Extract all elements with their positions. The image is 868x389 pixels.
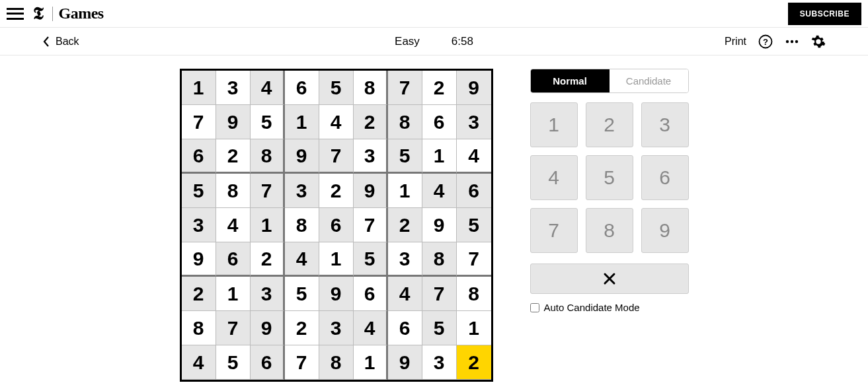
sudoku-cell[interactable]: 7 (319, 139, 354, 174)
sudoku-cell[interactable]: 1 (388, 174, 422, 208)
sudoku-cell[interactable]: 4 (354, 311, 388, 345)
sudoku-cell[interactable]: 3 (319, 311, 354, 345)
sudoku-cell[interactable]: 2 (354, 105, 388, 139)
sudoku-cell[interactable]: 1 (285, 105, 319, 139)
keypad-2[interactable]: 2 (586, 102, 633, 147)
sudoku-cell[interactable]: 9 (422, 208, 457, 242)
sudoku-cell[interactable]: 3 (422, 345, 457, 380)
sudoku-cell[interactable]: 4 (388, 277, 422, 311)
hamburger-menu-icon[interactable] (7, 8, 24, 20)
sudoku-cell[interactable]: 4 (457, 139, 491, 174)
sudoku-cell[interactable]: 5 (251, 105, 285, 139)
sudoku-cell[interactable]: 7 (354, 208, 388, 242)
sudoku-cell[interactable]: 2 (251, 242, 285, 277)
sudoku-cell[interactable]: 1 (457, 311, 491, 345)
sudoku-cell[interactable]: 7 (457, 242, 491, 277)
sudoku-cell[interactable]: 4 (422, 174, 457, 208)
sudoku-cell[interactable]: 8 (285, 208, 319, 242)
sudoku-cell[interactable]: 1 (319, 242, 354, 277)
sudoku-cell[interactable]: 9 (388, 345, 422, 380)
sudoku-cell[interactable]: 4 (319, 105, 354, 139)
sudoku-cell[interactable]: 6 (319, 208, 354, 242)
gear-icon[interactable] (811, 34, 826, 49)
mode-candidate-button[interactable]: Candidate (610, 69, 688, 92)
sudoku-cell[interactable]: 6 (388, 311, 422, 345)
sudoku-cell[interactable]: 6 (216, 242, 251, 277)
sudoku-cell[interactable]: 8 (422, 242, 457, 277)
auto-candidate-checkbox[interactable] (530, 303, 539, 312)
sudoku-cell[interactable]: 5 (182, 174, 216, 208)
sudoku-cell[interactable]: 1 (251, 208, 285, 242)
sudoku-cell[interactable]: 9 (285, 139, 319, 174)
keypad-9[interactable]: 9 (641, 208, 689, 253)
help-icon[interactable]: ? (758, 34, 773, 49)
sudoku-cell[interactable]: 2 (319, 174, 354, 208)
sudoku-cell[interactable]: 7 (285, 345, 319, 380)
sudoku-cell[interactable]: 4 (216, 208, 251, 242)
more-icon[interactable] (785, 34, 799, 49)
sudoku-cell[interactable]: 5 (354, 242, 388, 277)
sudoku-cell[interactable]: 7 (251, 174, 285, 208)
sudoku-cell[interactable]: 7 (422, 277, 457, 311)
keypad-5[interactable]: 5 (586, 155, 633, 200)
mode-normal-button[interactable]: Normal (531, 69, 610, 92)
sudoku-cell[interactable]: 2 (457, 345, 491, 380)
sudoku-cell[interactable]: 9 (251, 311, 285, 345)
sudoku-cell[interactable]: 2 (388, 208, 422, 242)
sudoku-cell[interactable]: 3 (251, 277, 285, 311)
sudoku-cell[interactable]: 6 (182, 139, 216, 174)
sudoku-cell[interactable]: 3 (285, 174, 319, 208)
sudoku-cell[interactable]: 9 (319, 277, 354, 311)
sudoku-cell[interactable]: 8 (251, 139, 285, 174)
keypad-3[interactable]: 3 (641, 102, 689, 147)
sudoku-cell[interactable]: 2 (285, 311, 319, 345)
sudoku-cell[interactable]: 8 (354, 71, 388, 105)
logo[interactable]: 𝕿 Games (33, 4, 104, 24)
sudoku-cell[interactable]: 7 (182, 105, 216, 139)
sudoku-cell[interactable]: 4 (285, 242, 319, 277)
sudoku-cell[interactable]: 5 (319, 71, 354, 105)
keypad-4[interactable]: 4 (530, 155, 578, 200)
sudoku-cell[interactable]: 7 (388, 71, 422, 105)
keypad-8[interactable]: 8 (586, 208, 633, 253)
sudoku-cell[interactable]: 8 (319, 345, 354, 380)
sudoku-cell[interactable]: 2 (182, 277, 216, 311)
sudoku-cell[interactable]: 2 (422, 71, 457, 105)
sudoku-cell[interactable]: 5 (388, 139, 422, 174)
erase-button[interactable] (530, 264, 689, 294)
sudoku-cell[interactable]: 3 (457, 105, 491, 139)
sudoku-cell[interactable]: 8 (457, 277, 491, 311)
sudoku-cell[interactable]: 3 (388, 242, 422, 277)
sudoku-cell[interactable]: 1 (422, 139, 457, 174)
sudoku-cell[interactable]: 3 (354, 139, 388, 174)
keypad-1[interactable]: 1 (530, 102, 578, 147)
sudoku-cell[interactable]: 4 (251, 71, 285, 105)
sudoku-cell[interactable]: 4 (182, 345, 216, 380)
sudoku-cell[interactable]: 1 (216, 277, 251, 311)
sudoku-cell[interactable]: 8 (182, 311, 216, 345)
keypad-7[interactable]: 7 (530, 208, 578, 253)
sudoku-cell[interactable]: 5 (457, 208, 491, 242)
sudoku-cell[interactable]: 6 (422, 105, 457, 139)
sudoku-cell[interactable]: 6 (251, 345, 285, 380)
sudoku-cell[interactable]: 2 (216, 139, 251, 174)
sudoku-cell[interactable]: 6 (457, 174, 491, 208)
sudoku-cell[interactable]: 5 (285, 277, 319, 311)
sudoku-cell[interactable]: 3 (216, 71, 251, 105)
sudoku-cell[interactable]: 1 (182, 71, 216, 105)
subscribe-button[interactable]: SUBSCRIBE (788, 3, 861, 25)
sudoku-cell[interactable]: 5 (422, 311, 457, 345)
sudoku-cell[interactable]: 9 (457, 71, 491, 105)
sudoku-cell[interactable]: 1 (354, 345, 388, 380)
sudoku-cell[interactable]: 6 (285, 71, 319, 105)
print-button[interactable]: Print (725, 36, 746, 48)
back-button[interactable]: Back (42, 36, 79, 48)
sudoku-cell[interactable]: 3 (182, 208, 216, 242)
sudoku-cell[interactable]: 8 (216, 174, 251, 208)
sudoku-cell[interactable]: 9 (216, 105, 251, 139)
sudoku-cell[interactable]: 7 (216, 311, 251, 345)
sudoku-cell[interactable]: 9 (354, 174, 388, 208)
sudoku-cell[interactable]: 6 (354, 277, 388, 311)
keypad-6[interactable]: 6 (641, 155, 689, 200)
sudoku-cell[interactable]: 9 (182, 242, 216, 277)
